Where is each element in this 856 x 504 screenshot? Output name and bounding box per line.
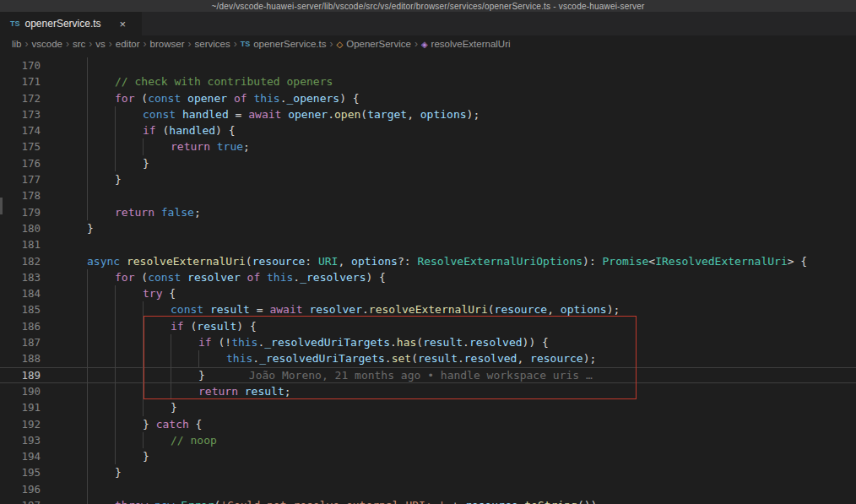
- code-line-178[interactable]: 178: [0, 187, 856, 203]
- code-line-187[interactable]: 187if (!this._resolvedUriTargets.has(res…: [0, 334, 856, 350]
- breadcrumb-item-resolveexternaluri[interactable]: ◈resolveExternalUri: [421, 39, 511, 49]
- code-text[interactable]: [41, 236, 856, 252]
- code-text[interactable]: if (handled) {: [41, 122, 856, 138]
- indent-guide: [87, 318, 115, 334]
- breadcrumb-item-vscode[interactable]: vscode: [32, 39, 62, 49]
- indent-guide: [115, 155, 143, 171]
- code-line-180[interactable]: 180}: [0, 220, 856, 236]
- indent-guide: [115, 318, 143, 334]
- breadcrumb-item-lib[interactable]: lib: [12, 39, 22, 49]
- breadcrumb-item-openerservice[interactable]: ◇OpenerService: [336, 39, 410, 49]
- editor-tab-bar: TS openerService.ts ×: [0, 12, 856, 35]
- breadcrumb-item-services[interactable]: services: [194, 39, 230, 49]
- code-line-189[interactable]: 189}João Moreno, 21 months ago • handle …: [0, 367, 856, 383]
- indent-guide: [143, 432, 171, 448]
- line-number: 181: [0, 236, 41, 252]
- indent-guide: [87, 204, 115, 220]
- code-text[interactable]: if (!this._resolvedUriTargets.has(result…: [41, 334, 856, 350]
- line-number: 171: [0, 73, 41, 89]
- code-text[interactable]: [41, 57, 856, 73]
- code-line-190[interactable]: 190return result;: [0, 383, 856, 399]
- code-text[interactable]: return result;: [41, 383, 856, 399]
- tab-close-icon[interactable]: ×: [120, 18, 127, 30]
- indent-guide: [59, 383, 87, 399]
- breadcrumb-item-browser[interactable]: browser: [150, 39, 185, 49]
- indent-guide: [87, 432, 115, 448]
- indent-guide: [59, 318, 87, 334]
- typescript-file-icon: TS: [10, 19, 20, 28]
- code-line-173[interactable]: 173const handled = await opener.open(tar…: [0, 106, 856, 122]
- code-line-188[interactable]: 188this._resolvedUriTargets.set(result.r…: [0, 350, 856, 366]
- indent-guide: [115, 383, 143, 399]
- code-text[interactable]: }: [41, 399, 856, 415]
- code-text[interactable]: }João Moreno, 21 months ago • handle wor…: [41, 367, 856, 383]
- line-number: 176: [0, 155, 41, 171]
- indent-guide: [115, 367, 143, 383]
- line-number: 173: [0, 106, 41, 122]
- code-line-181[interactable]: 181: [0, 236, 856, 252]
- code-text[interactable]: this._resolvedUriTargets.set(result.reso…: [41, 350, 856, 366]
- code-text[interactable]: throw new Error('Could not resolve exter…: [41, 497, 856, 504]
- code-line-179[interactable]: 179return false;: [0, 204, 856, 220]
- code-text[interactable]: async resolveExternalUri(resource: URI, …: [41, 253, 856, 269]
- indent-guide: [87, 106, 115, 122]
- breadcrumb-item-src[interactable]: src: [73, 39, 85, 49]
- code-line-196[interactable]: 196: [0, 481, 856, 497]
- code-text[interactable]: [41, 481, 856, 497]
- code-line-184[interactable]: 184try {: [0, 285, 856, 301]
- code-text[interactable]: }: [41, 464, 856, 480]
- breadcrumb-item-vs[interactable]: vs: [95, 39, 106, 49]
- code-line-193[interactable]: 193// noop: [0, 432, 856, 448]
- line-number: 194: [0, 448, 41, 464]
- code-line-183[interactable]: 183for (const resolver of this._resolver…: [0, 269, 856, 285]
- line-number: 172: [0, 90, 41, 106]
- code-text[interactable]: for (const resolver of this._resolvers) …: [41, 269, 856, 285]
- code-line-191[interactable]: 191}: [0, 399, 856, 415]
- code-line-197[interactable]: 197throw new Error('Could not resolve ex…: [0, 497, 856, 504]
- code-line-175[interactable]: 175return true;: [0, 138, 856, 154]
- indent-guide: [59, 122, 87, 138]
- code-line-186[interactable]: 186if (result) {: [0, 318, 856, 334]
- code-text[interactable]: const result = await resolver.resolveExt…: [41, 301, 856, 317]
- code-text[interactable]: return false;: [41, 204, 856, 220]
- code-text[interactable]: try {: [41, 285, 856, 301]
- breadcrumb-label: src: [73, 39, 85, 49]
- code-text[interactable]: const handled = await opener.open(target…: [41, 106, 856, 122]
- chevron-right-icon: ›: [234, 38, 237, 50]
- code-text[interactable]: // check with contributed openers: [41, 73, 856, 89]
- code-line-170[interactable]: 170: [0, 57, 856, 73]
- breadcrumb-item-editor[interactable]: editor: [116, 39, 140, 49]
- code-text[interactable]: for (const opener of this._openers) {: [41, 90, 856, 106]
- code-text[interactable]: }: [41, 171, 856, 187]
- indent-guide: [59, 416, 87, 432]
- line-number: 197: [0, 497, 41, 504]
- code-line-185[interactable]: 185const result = await resolver.resolve…: [0, 301, 856, 317]
- code-line-176[interactable]: 176}: [0, 155, 856, 171]
- code-line-182[interactable]: 182async resolveExternalUri(resource: UR…: [0, 253, 856, 269]
- chevron-right-icon: ›: [414, 38, 418, 50]
- code-line-194[interactable]: 194}: [0, 448, 856, 464]
- code-text[interactable]: // noop: [41, 432, 856, 448]
- indent-guide: [59, 301, 87, 317]
- code-text[interactable]: }: [41, 220, 856, 236]
- code-text[interactable]: } catch {: [41, 416, 856, 432]
- breadcrumb-item-openerservice-ts[interactable]: TSopenerService.ts: [241, 39, 327, 49]
- code-line-171[interactable]: 171// check with contributed openers: [0, 73, 856, 89]
- code-line-195[interactable]: 195}: [0, 464, 856, 480]
- gutter-marker: [0, 198, 3, 214]
- code-area: 170171// check with contributed openers1…: [0, 57, 856, 504]
- code-text[interactable]: }: [41, 448, 856, 464]
- code-line-172[interactable]: 172for (const opener of this._openers) {: [0, 90, 856, 106]
- chevron-right-icon: ›: [329, 38, 333, 50]
- code-text[interactable]: return true;: [41, 138, 856, 154]
- tab-openerservice-ts[interactable]: TS openerService.ts ×: [0, 12, 142, 35]
- code-line-177[interactable]: 177}: [0, 171, 856, 187]
- code-line-174[interactable]: 174if (handled) {: [0, 122, 856, 138]
- indent-guide: [115, 416, 143, 432]
- git-blame-annotation: João Moreno, 21 months ago • handle work…: [249, 369, 593, 382]
- line-number: 195: [0, 464, 41, 480]
- code-text[interactable]: }: [41, 155, 856, 171]
- code-text[interactable]: if (result) {: [41, 318, 856, 334]
- code-line-192[interactable]: 192} catch {: [0, 416, 856, 432]
- code-text[interactable]: [41, 187, 856, 203]
